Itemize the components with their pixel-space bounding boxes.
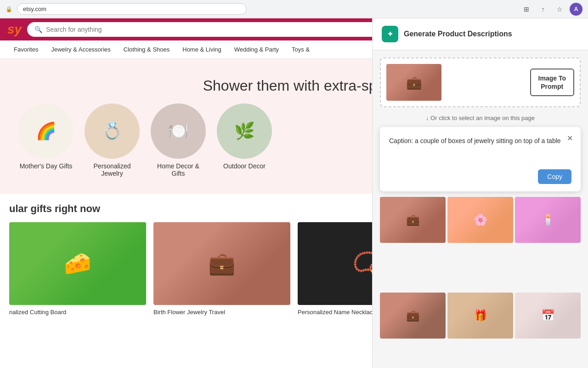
thumbnail-5[interactable]: 🎁 (447, 293, 513, 339)
search-icon: 🔍 (34, 26, 42, 33)
panel-title: Generate Product Descriptions (404, 30, 512, 38)
thumbnail-4[interactable]: 💼 (380, 293, 446, 339)
category-label-3: Home Decor & Gifts (151, 162, 206, 177)
or-click-text: ↓ Or click to select an image on this pa… (380, 115, 581, 121)
close-button[interactable]: ✕ (564, 132, 575, 144)
copy-button[interactable]: Copy (538, 169, 571, 184)
jewelry-preview-icon: 💼 (406, 75, 422, 90)
translate-icon[interactable]: ⊞ (520, 3, 533, 16)
image-to-prompt-button[interactable]: Image ToPrompt (530, 69, 574, 96)
nav-item-clothing[interactable]: Clothing & Shoes (117, 40, 176, 58)
lock-icon: 🔒 (6, 6, 12, 12)
etsy-logo: sy (7, 22, 22, 37)
browser-toolbar: ⊞ ↑ ☆ A (520, 3, 582, 16)
image-upload-area[interactable]: 💼 Image ToPrompt (380, 58, 581, 107)
openai-logo: ✦ (382, 26, 398, 42)
category-personalized-jewelry[interactable]: 💍 Personalized Jewelry (85, 104, 140, 177)
category-label-2: Personalized Jewelry (85, 162, 140, 177)
nav-item-wedding[interactable]: Wedding & Party (228, 40, 285, 58)
main-layout: sy 🔍 🛒 Favorites Jewelry & Accessories C… (0, 18, 588, 368)
thumbnail-3[interactable]: 🕯️ (515, 197, 581, 243)
user-avatar[interactable]: A (570, 3, 582, 16)
bracelet-icon: 💍 (85, 104, 140, 159)
plate-icon: 🍽️ (151, 104, 206, 159)
category-home-decor[interactable]: 🍽️ Home Decor & Gifts (151, 104, 206, 177)
panel-header: ✦ Generate Product Descriptions (373, 18, 588, 50)
nav-item-favorites[interactable]: Favorites (7, 40, 45, 58)
thumbnail-2[interactable]: 🌸 (447, 197, 513, 243)
category-image-1: 🌈 (18, 104, 74, 159)
thumbnail-6[interactable]: 📅 (515, 293, 581, 339)
product-image-2: 💼 (153, 222, 290, 305)
category-image-4: 🌿 (217, 104, 272, 159)
category-image-2: 💍 (85, 104, 140, 159)
openai-icon: ✦ (387, 29, 394, 39)
category-label-4: Outdoor Decor (223, 162, 266, 170)
caption-text: Caption: a couple of boxes of jewelry si… (389, 136, 571, 164)
thumb-image-6: 📅 (515, 293, 581, 339)
panel-overlay: ✦ Generate Product Descriptions 💼 Image … (372, 18, 588, 368)
category-mothers-day[interactable]: 🌈 Mother's Day Gifts (18, 104, 74, 177)
product-card-1[interactable]: 🧀 nalized Cutting Board (9, 222, 146, 316)
category-image-3: 🍽️ (151, 104, 206, 159)
caption-modal: ✕ Caption: a couple of boxes of jewelry … (380, 127, 581, 191)
thumb-image-4: 💼 (380, 293, 446, 339)
thumb-image-1: 💼 (380, 197, 446, 243)
share-icon[interactable]: ↑ (537, 3, 549, 16)
thumbnail-1[interactable]: 💼 (380, 197, 446, 243)
nav-item-toys[interactable]: Toys & (285, 40, 316, 58)
thumb-image-2: 🌸 (447, 197, 513, 243)
product-card-2[interactable]: 💼 Birth Flower Jewelry Travel (153, 222, 290, 316)
uploaded-image: 💼 (386, 64, 441, 101)
rainbow-icon: 🌈 (18, 104, 74, 159)
jewelry-box-icon: 💼 (153, 222, 290, 305)
thumbnail-grid: 💼 🌸 🕯️ 💼 🎁 📅 (380, 197, 581, 368)
cheese-board-icon: 🧀 (9, 222, 146, 305)
thumb-image-3: 🕯️ (515, 197, 581, 243)
product-title-1: nalized Cutting Board (9, 309, 146, 316)
thumb-image-5: 🎁 (447, 293, 513, 339)
product-image-1: 🧀 (9, 222, 146, 305)
nav-item-jewelry[interactable]: Jewelry & Accessories (45, 40, 117, 58)
nav-item-home[interactable]: Home & Living (176, 40, 228, 58)
plant-icon: 🌿 (217, 104, 272, 159)
category-label-1: Mother's Day Gifts (20, 162, 73, 170)
browser-bar: 🔒 etsy.com ⊞ ↑ ☆ A (0, 0, 588, 18)
product-title-2: Birth Flower Jewelry Travel (153, 309, 290, 316)
url-bar[interactable]: etsy.com (17, 3, 247, 15)
category-outdoor-decor[interactable]: 🌿 Outdoor Decor (217, 104, 272, 177)
star-icon[interactable]: ☆ (553, 3, 566, 16)
